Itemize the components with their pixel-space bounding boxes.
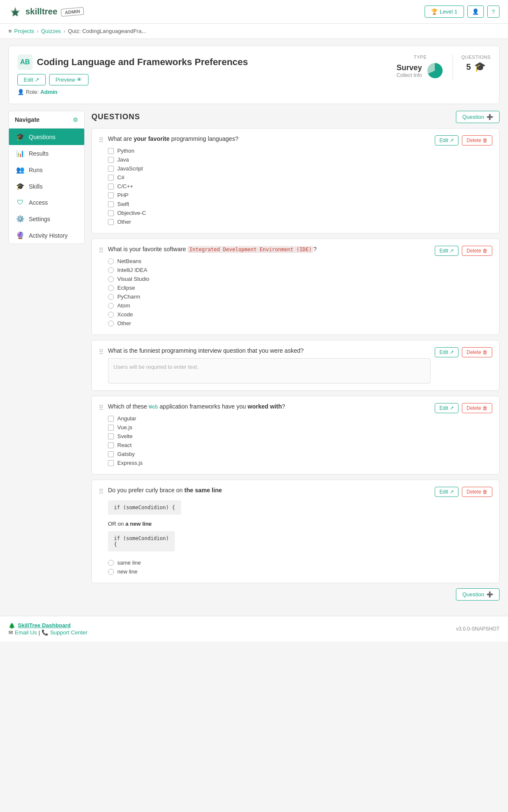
radio-other-2[interactable] (108, 321, 114, 326)
checkbox-swift[interactable] (108, 201, 114, 207)
quiz-title-row: AB Coding Language and Frameworks Prefer… (17, 55, 491, 95)
checkbox-svelte[interactable] (108, 433, 114, 439)
question-2-actions: Edit ↗ Delete 🗑 (435, 246, 492, 256)
radio-intellij[interactable] (108, 267, 114, 273)
checkbox-python[interactable] (108, 148, 114, 154)
checkbox-cpp[interactable] (108, 184, 114, 189)
drag-handle-2[interactable]: ⠿ (99, 247, 104, 255)
role-icon: 👤 (17, 89, 24, 95)
type-pie-container: Survey Collect Info (397, 61, 444, 80)
checkbox-csharp[interactable] (108, 175, 114, 181)
checkbox-gatsby[interactable] (108, 451, 114, 457)
drag-handle-4[interactable]: ⠿ (99, 404, 104, 412)
edit-question-4-button[interactable]: Edit ↗ (435, 403, 458, 413)
bottom-actions: Question ➕ (91, 588, 500, 601)
checkbox-other-1[interactable] (108, 219, 114, 225)
edit-question-1-button[interactable]: Edit ↗ (435, 135, 458, 145)
quiz-title-section: AB Coding Language and Frameworks Prefer… (17, 55, 248, 95)
radio-same-line[interactable] (108, 560, 114, 566)
list-item: Python (108, 146, 431, 155)
question-2-text: What is your favorite software Integrate… (108, 246, 431, 252)
level-button[interactable]: 🏆 Level 1 (425, 5, 464, 18)
radio-atom[interactable] (108, 303, 114, 309)
delete-question-1-button[interactable]: Delete 🗑 (462, 135, 492, 145)
main-container: AB Coding Language and Frameworks Prefer… (0, 39, 508, 607)
preview-button[interactable]: Preview 👁 (49, 74, 88, 85)
list-item: Angular (108, 414, 431, 423)
list-item: Swift (108, 200, 431, 208)
question-card-4: ⠿ Which of these Web application framewo… (91, 396, 500, 475)
delete-question-2-button[interactable]: Delete 🗑 (462, 246, 492, 256)
question-4-row: ⠿ Which of these Web application framewo… (99, 403, 492, 467)
edit-question-3-button[interactable]: Edit ↗ (435, 347, 458, 357)
list-item: C/C++ (108, 182, 431, 191)
edit-question-2-button[interactable]: Edit ↗ (435, 246, 458, 256)
breadcrumb: ≡ Projects › Quizzes › Quiz: CodingLangu… (0, 24, 508, 39)
logo-text: skilltree (25, 7, 58, 16)
edit-button[interactable]: Edit ↗ (17, 74, 46, 85)
list-item: Express.js (108, 458, 431, 467)
sidebar-item-results-label: Results (29, 150, 49, 157)
footer-dashboard-link[interactable]: SkillTree Dashboard (18, 622, 71, 628)
sidebar-item-settings[interactable]: ⚙️ Settings (9, 211, 84, 227)
access-icon: 🛡 (16, 199, 25, 206)
breadcrumb-quizzes[interactable]: Quizzes (41, 28, 61, 34)
radio-new-line[interactable] (108, 569, 114, 575)
delete-question-5-button[interactable]: Delete 🗑 (462, 487, 492, 497)
question-4-content: Which of these Web application framework… (108, 403, 431, 467)
checkbox-javascript[interactable] (108, 166, 114, 172)
question-1-options: Python Java JavaScript C# C/C++ PHP Swif… (108, 146, 431, 226)
list-item: JavaScript (108, 164, 431, 173)
checkbox-angular[interactable] (108, 416, 114, 422)
sidebar-item-runs[interactable]: 👥 Runs (9, 162, 84, 178)
list-item: Atom (108, 301, 431, 310)
edit-question-5-button[interactable]: Edit ↗ (435, 487, 458, 497)
checkbox-php[interactable] (108, 192, 114, 198)
radio-netbeans[interactable] (108, 258, 114, 264)
checkbox-expressjs[interactable] (108, 460, 114, 466)
drag-handle-3[interactable]: ⠿ (99, 348, 104, 356)
delete-question-4-button[interactable]: Delete 🗑 (462, 403, 492, 413)
admin-badge: ADMIN (61, 7, 84, 16)
email-link[interactable]: Email Us (15, 629, 37, 636)
question-4-text: Which of these Web application framework… (108, 403, 431, 410)
checkbox-java[interactable] (108, 157, 114, 163)
role-badge: 👤 Role: Admin (17, 89, 248, 95)
list-item: Vue.js (108, 423, 431, 432)
question-2-content: What is your favorite software Integrate… (108, 246, 431, 328)
sidebar-item-skills[interactable]: 🎓 Skills (9, 178, 84, 195)
drag-handle-5[interactable]: ⠿ (99, 488, 104, 496)
sidebar-item-questions[interactable]: 🎓 Questions (9, 129, 84, 145)
sidebar-item-access-label: Access (29, 199, 48, 206)
add-question-button-top[interactable]: Question ➕ (456, 111, 500, 123)
delete-question-3-button[interactable]: Delete 🗑 (462, 347, 492, 357)
sidebar-item-access[interactable]: 🛡 Access (9, 195, 84, 211)
breadcrumb-projects[interactable]: Projects (14, 28, 34, 34)
sidebar-item-results[interactable]: 📊 Results (9, 145, 84, 162)
quiz-actions: Edit ↗ Preview 👁 (17, 74, 248, 85)
sidebar-config-icon[interactable]: ⚙ (73, 116, 78, 123)
radio-eclipse[interactable] (108, 285, 114, 291)
questions-count: 5 (466, 62, 471, 72)
question-card-3: ⠿ What is the funniest programming inter… (91, 340, 500, 391)
sidebar-header: Navigate ⚙ (9, 111, 84, 129)
radio-pycharm[interactable] (108, 294, 114, 300)
user-button[interactable]: 👤 (467, 5, 484, 18)
page-footer: 🌲 SkillTree Dashboard ✉ Email Us | 📞 Sup… (0, 616, 508, 642)
radio-vstudio[interactable] (108, 276, 114, 282)
add-question-button-bottom[interactable]: Question ➕ (456, 588, 500, 601)
checkbox-objc[interactable] (108, 210, 114, 216)
footer-version: v3.0.0-SNAPSHOT (456, 626, 500, 632)
help-button[interactable]: ? (487, 5, 500, 18)
drag-handle-1[interactable]: ⠿ (99, 136, 104, 144)
support-link[interactable]: Support Center (50, 629, 87, 636)
list-item: Objective-C (108, 208, 431, 217)
checkbox-react[interactable] (108, 442, 114, 448)
header-actions: 🏆 Level 1 👤 ? (425, 5, 500, 18)
logo: skilltree ADMIN (8, 5, 84, 19)
sidebar-item-history[interactable]: 🔮 Activity History (9, 227, 84, 244)
content-layout: Navigate ⚙ 🎓 Questions 📊 Results 👥 Runs … (8, 111, 500, 601)
question-3-actions: Edit ↗ Delete 🗑 (435, 347, 492, 357)
radio-xcode[interactable] (108, 312, 114, 318)
checkbox-vuejs[interactable] (108, 425, 114, 431)
